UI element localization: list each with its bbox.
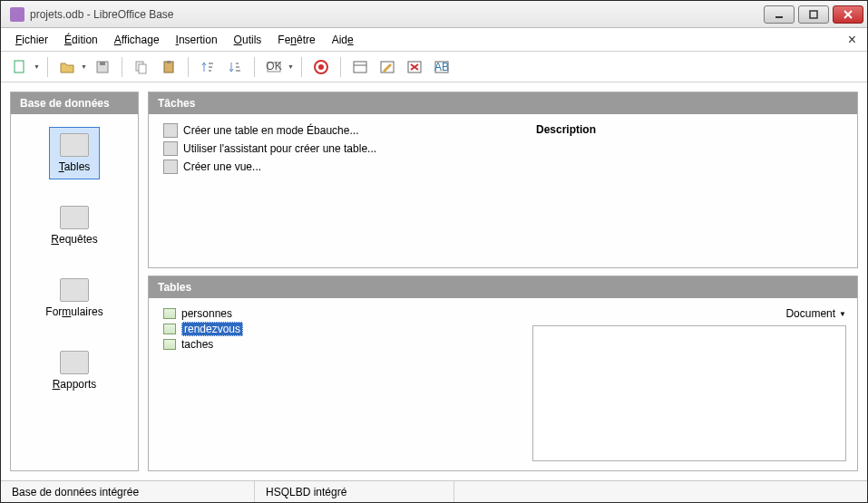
separator <box>47 57 48 77</box>
menu-item-label: Édition <box>64 34 98 46</box>
queries-icon <box>60 206 89 229</box>
chevron-down-icon[interactable]: ▼ <box>839 310 846 318</box>
svg-rect-1 <box>810 11 817 18</box>
sidebar-item-requetes[interactable]: Requêtes <box>41 199 107 252</box>
app-icon <box>10 7 24 22</box>
svg-rect-4 <box>15 61 24 73</box>
svg-rect-14 <box>236 63 239 64</box>
separator <box>301 57 302 77</box>
database-items: Tables Requêtes Formulaires Rapports <box>11 114 138 470</box>
svg-rect-21 <box>354 62 366 73</box>
description-header: Description <box>536 123 843 136</box>
new-doc-icon[interactable] <box>8 55 32 79</box>
chevron-down-icon[interactable]: ▼ <box>34 63 40 70</box>
copy-icon[interactable] <box>130 55 153 79</box>
menu-insertion[interactable]: Insertion <box>169 31 225 49</box>
task-list: Créer une table en mode Ébauche... Utili… <box>149 114 522 267</box>
menu-item-label: Insertion <box>176 34 218 46</box>
main-body: Base de données Tables Requêtes Formulai… <box>1 82 867 480</box>
right-area: Tâches Créer une table en mode Ébauche..… <box>148 92 858 471</box>
task-label: Utiliser l'assistant pour créer une tabl… <box>183 142 376 155</box>
sidebar-item-rapports[interactable]: Rapports <box>43 344 107 397</box>
tables-icon <box>60 133 89 157</box>
svg-point-20 <box>318 64 324 70</box>
menu-item-label: Affichage <box>114 34 160 46</box>
toolbar: ▼ ▼ OK▼ AB <box>1 52 867 82</box>
form-ok-icon[interactable]: OK <box>262 55 286 79</box>
menu-fichier[interactable]: Fichier <box>8 31 55 49</box>
save-doc-icon[interactable] <box>91 55 114 79</box>
task-create-table-wizard[interactable]: Utiliser l'assistant pour créer une tabl… <box>163 141 507 156</box>
sort-asc-icon[interactable] <box>196 55 219 79</box>
svg-rect-8 <box>139 64 146 73</box>
menu-affichage[interactable]: Affichage <box>107 31 167 49</box>
task-icon <box>163 123 178 138</box>
menu-item-label: Aide <box>332 34 354 46</box>
maximize-button[interactable] <box>798 5 829 24</box>
table-list: personnes rendezvous taches <box>149 298 522 470</box>
open-doc-icon[interactable] <box>55 55 79 79</box>
menu-item-label: Fichier <box>15 34 48 46</box>
table-icon <box>163 324 176 334</box>
menubar: Fichier Édition Affichage Insertion Outi… <box>1 28 867 52</box>
separator <box>254 57 255 77</box>
task-label: Créer une table en mode Ébauche... <box>183 124 358 137</box>
chevron-down-icon[interactable]: ▼ <box>288 63 294 70</box>
task-label: Créer une vue... <box>183 160 261 173</box>
app-window: projets.odb - LibreOffice Base Fichier É… <box>0 0 868 503</box>
menu-item-label: Fenêtre <box>278 34 315 46</box>
svg-rect-11 <box>209 63 213 64</box>
sidebar-item-label: Tables <box>59 160 91 173</box>
task-create-table-design[interactable]: Créer une table en mode Ébauche... <box>163 123 507 138</box>
table-item-taches[interactable]: taches <box>163 338 507 351</box>
minimize-button[interactable] <box>764 5 795 24</box>
view-mode-row: Document ▼ <box>532 307 846 320</box>
menu-aide[interactable]: Aide <box>325 31 361 49</box>
reports-icon <box>60 351 89 374</box>
chevron-down-icon[interactable]: ▼ <box>81 63 87 70</box>
svg-rect-10 <box>167 61 171 63</box>
separator <box>122 57 122 77</box>
table-item-rendezvous[interactable]: rendezvous <box>163 322 507 336</box>
status-db-type: Base de données intégrée <box>1 481 255 502</box>
menu-outils[interactable]: Outils <box>227 31 269 49</box>
task-create-view[interactable]: Créer une vue... <box>163 160 507 174</box>
sidebar-item-formulaires[interactable]: Formulaires <box>35 272 112 324</box>
table-icon <box>163 339 176 350</box>
table-item-personnes[interactable]: personnes <box>163 307 507 320</box>
menu-fenetre[interactable]: Fenêtre <box>270 31 322 49</box>
database-panel: Base de données Tables Requêtes Formulai… <box>10 92 139 471</box>
tasks-body: Créer une table en mode Ébauche... Utili… <box>149 114 857 267</box>
table-design-icon[interactable] <box>348 55 372 79</box>
close-button[interactable] <box>833 5 863 24</box>
table-item-label: personnes <box>181 307 232 320</box>
view-mode-label[interactable]: Document <box>785 307 835 320</box>
svg-text:AB: AB <box>434 61 449 73</box>
sort-desc-icon[interactable] <box>223 55 247 79</box>
svg-rect-6 <box>100 62 105 65</box>
description-column: Description <box>522 114 857 267</box>
paste-icon[interactable] <box>157 55 180 79</box>
table-item-label: taches <box>181 338 213 351</box>
table-item-label: rendezvous <box>181 322 243 336</box>
svg-rect-12 <box>209 66 212 68</box>
statusbar: Base de données intégrée HSQLBD intégré <box>1 480 867 502</box>
preview-column: Document ▼ <box>522 298 857 470</box>
tasks-panel: Tâches Créer une table en mode Ébauche..… <box>148 92 858 268</box>
close-document-icon[interactable]: × <box>844 32 860 48</box>
delete-icon[interactable] <box>403 55 426 79</box>
tables-body: personnes rendezvous taches <box>149 298 857 470</box>
help-icon[interactable] <box>309 55 333 79</box>
menu-item-label: Outils <box>234 34 262 46</box>
menu-edition[interactable]: Édition <box>57 31 105 49</box>
rename-icon[interactable]: AB <box>430 55 454 79</box>
sidebar-item-tables[interactable]: Tables <box>49 127 101 179</box>
status-engine: HSQLBD intégré <box>255 481 454 502</box>
svg-text:OK: OK <box>266 60 281 73</box>
sidebar-item-label: Formulaires <box>45 305 102 318</box>
svg-rect-15 <box>236 66 239 68</box>
svg-rect-16 <box>236 70 240 72</box>
tasks-panel-header: Tâches <box>149 92 857 114</box>
edit-icon[interactable] <box>375 55 399 79</box>
tables-panel: Tables personnes rendezvous <box>148 276 858 471</box>
